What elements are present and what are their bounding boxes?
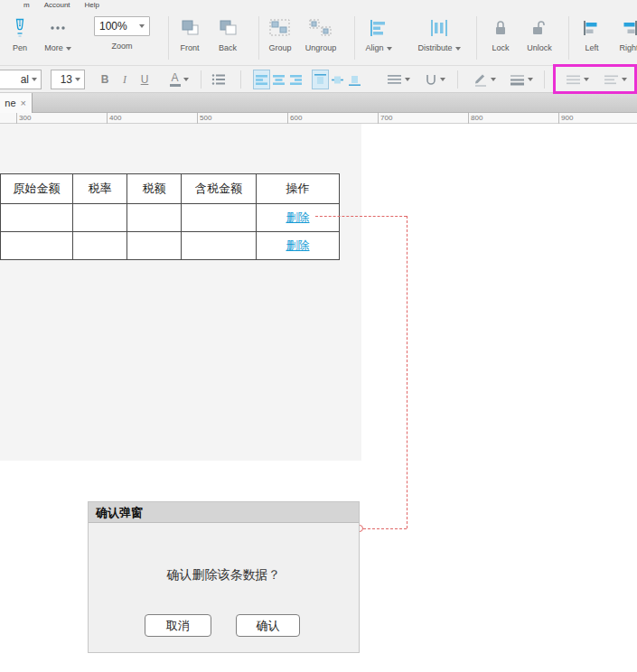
table-row: 删除 (1, 231, 339, 259)
group-button[interactable]: Group (262, 14, 298, 52)
pen-icon (5, 14, 34, 42)
connector-line-vertical (407, 216, 407, 528)
table-cell (1, 204, 72, 231)
lock-icon (482, 14, 519, 42)
toolbar-separator (201, 70, 201, 89)
ungroup-button[interactable]: Ungroup (300, 14, 342, 52)
column-header-original-amount: 原始金额 (1, 174, 72, 203)
line-width-button[interactable] (504, 70, 539, 89)
connector-line-horizontal (363, 528, 407, 529)
font-size-value: 13 (61, 73, 72, 86)
bring-to-front-icon (172, 14, 208, 42)
align-text-right-button[interactable] (287, 70, 304, 89)
back-button[interactable]: Back (210, 14, 246, 52)
dialog-title-bar: 确认弹窗 (89, 502, 359, 523)
column-header-tax-amount: 税额 (126, 174, 181, 203)
confirm-button[interactable]: 确认 (236, 614, 300, 637)
column-header-tax-rate: 税率 (72, 174, 126, 203)
tab-close-icon[interactable]: × (21, 98, 26, 108)
underline-button[interactable]: U (136, 70, 154, 89)
font-size-dropdown[interactable]: 13 (51, 70, 85, 89)
menu-item[interactable]: m (23, 1, 30, 9)
page-tab-label: ne (5, 98, 15, 108)
table-cell (126, 232, 181, 259)
more-icon (40, 14, 76, 42)
delete-link[interactable]: 删除 (286, 238, 310, 254)
more-button[interactable]: More (40, 14, 76, 52)
arrow-style-icon (604, 74, 619, 86)
align-text-center-button[interactable] (270, 70, 287, 89)
line-spacing-button[interactable] (383, 70, 414, 89)
dialog-message: 确认删除该条数据？ (89, 567, 359, 583)
chevron-down-icon (139, 24, 145, 28)
italic-button[interactable]: I (116, 70, 134, 89)
ungroup-label: Ungroup (300, 43, 342, 52)
align-text-right-icon (290, 74, 303, 86)
delete-link[interactable]: 删除 (286, 210, 310, 226)
page-tab[interactable]: ne × (0, 93, 33, 113)
align-left-edge-button[interactable]: Left (574, 14, 610, 52)
lock-button[interactable]: Lock (482, 14, 519, 52)
distribute-button[interactable]: Distribute (411, 14, 467, 52)
table-cell (181, 204, 256, 231)
toolbar-separator (568, 16, 569, 60)
table-cell (72, 204, 126, 231)
zoom-label: Zoom (94, 42, 150, 51)
distribute-icon (411, 14, 467, 42)
chevron-down-icon (622, 78, 627, 81)
align-icon (358, 14, 399, 42)
text-transform-button[interactable] (419, 70, 450, 89)
app-window: m Account Help Pen More (0, 0, 637, 672)
align-right-icon (611, 14, 637, 42)
font-color-button[interactable]: A (164, 70, 193, 89)
chevron-down-icon (66, 47, 71, 51)
toolbar-separator (457, 70, 458, 89)
align-text-bottom-button[interactable] (346, 70, 363, 89)
chevron-down-icon (491, 78, 496, 81)
front-button[interactable]: Front (172, 14, 208, 52)
page-tab-bar: ne × (0, 93, 637, 113)
arrow-style-dropdown[interactable] (598, 70, 632, 89)
cancel-button[interactable]: 取消 (145, 614, 211, 637)
line-spacing-icon (388, 74, 402, 86)
tax-table-widget[interactable]: 原始金额 税率 税额 含税金额 操作 删除 (0, 173, 340, 260)
line-color-button[interactable] (468, 70, 501, 89)
align-text-top-button[interactable] (312, 70, 329, 89)
align-text-middle-button[interactable] (329, 70, 346, 89)
column-header-amount-with-tax: 含税金额 (181, 174, 256, 203)
toolbar-separator (476, 16, 477, 60)
align-text-middle-icon (332, 74, 344, 86)
front-label: Front (172, 43, 208, 52)
connector-line-horizontal (315, 216, 407, 217)
format-toolbar: al 13 B I U A (0, 66, 637, 93)
align-left-icon (574, 14, 610, 42)
unlock-button[interactable]: Unlock (520, 14, 559, 52)
confirm-dialog-widget[interactable]: 确认弹窗 确认删除该条数据？ 取消 确认 (88, 501, 360, 653)
group-icon (262, 14, 298, 42)
align-text-left-button[interactable] (253, 70, 270, 89)
align-right-edge-button[interactable]: Right (611, 14, 637, 52)
align-button[interactable]: Align (358, 14, 399, 52)
design-canvas[interactable]: 原始金额 税率 税额 含税金额 操作 删除 (0, 124, 637, 672)
menu-item-account[interactable]: Account (44, 1, 70, 9)
font-family-dropdown[interactable]: al (0, 70, 42, 89)
ungroup-icon (300, 14, 342, 42)
chevron-down-icon (387, 47, 392, 51)
menu-item-help[interactable]: Help (85, 1, 99, 9)
align-text-top-icon (314, 74, 327, 86)
chevron-down-icon (32, 78, 37, 81)
align-label: Align (358, 43, 399, 52)
column-header-actions: 操作 (256, 174, 339, 203)
more-label: More (40, 43, 76, 52)
unlock-icon (520, 14, 559, 42)
pen-button[interactable]: Pen (5, 14, 34, 52)
chevron-down-icon (584, 78, 589, 81)
group-label: Group (262, 43, 298, 52)
border-style-dropdown[interactable] (560, 70, 595, 89)
bold-button[interactable]: B (96, 70, 114, 89)
chevron-down-icon (75, 78, 80, 81)
zoom-dropdown[interactable]: 100% (94, 16, 150, 36)
table-cell (1, 232, 72, 259)
bullet-list-button[interactable] (208, 70, 230, 89)
chevron-down-icon (528, 78, 533, 81)
